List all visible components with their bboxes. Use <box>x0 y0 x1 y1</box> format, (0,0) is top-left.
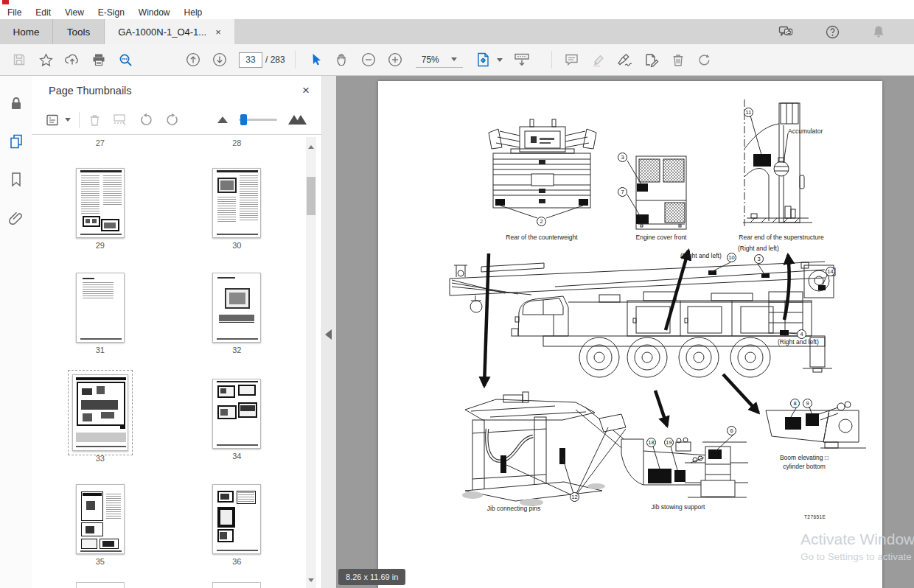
thumbnail-label: 33 <box>96 454 105 463</box>
menu-esign[interactable]: E-Sign <box>96 7 132 18</box>
caption-superstructure: Rear end of the superstructure <box>722 234 840 241</box>
menu-edit[interactable]: Edit <box>33 7 58 18</box>
sign-button[interactable] <box>612 49 638 71</box>
thumbnail-page-30[interactable] <box>212 168 261 238</box>
panel-delete-button[interactable] <box>88 113 102 127</box>
menu-window[interactable]: Window <box>136 7 178 18</box>
arrow-down-circle-icon <box>212 52 228 68</box>
thumbnail-partial[interactable] <box>76 582 125 588</box>
drawing-code: T27651E <box>804 514 826 519</box>
rotate-cw-button[interactable] <box>164 113 180 127</box>
collapse-panel-icon[interactable] <box>325 329 332 340</box>
zoom-out-button[interactable] <box>355 49 382 71</box>
thumbnail-label: 35 <box>96 557 105 566</box>
callout-8: 8 <box>790 399 800 408</box>
callout-3b: 3 <box>754 254 764 264</box>
caption-jib-stow: Jib stowing support <box>627 503 730 511</box>
thumbnail-page-33[interactable] <box>72 374 128 451</box>
callout-7: 7 <box>618 187 627 197</box>
thumbnail-size-slider[interactable] <box>239 119 277 121</box>
options-chevron-icon <box>65 118 71 122</box>
share-feedback-icon <box>778 24 794 39</box>
paperclip-icon <box>8 209 24 227</box>
thumbnail-zoom-out-icon[interactable] <box>217 116 228 123</box>
panel-insert-pages-button[interactable] <box>112 113 128 127</box>
print-icon <box>91 52 106 67</box>
options-list-icon <box>46 113 60 127</box>
panel-toolbar <box>32 105 321 135</box>
scroll-down-button[interactable] <box>306 575 316 585</box>
help-button[interactable] <box>819 21 845 43</box>
menu-view[interactable]: View <box>63 7 91 18</box>
delete-pages-button[interactable] <box>665 49 691 71</box>
thumbnail-zoom-in-icon[interactable] <box>288 115 307 125</box>
thumbnail-page-36[interactable] <box>212 484 261 554</box>
thumbnail-label: 36 <box>232 557 241 566</box>
print-button[interactable] <box>86 49 112 71</box>
thumbnail-label: 27 <box>32 139 169 147</box>
label-right-and-left-3: (Right and left) <box>778 338 819 346</box>
callout-4: 4 <box>797 329 806 339</box>
scrollbar-thumb[interactable] <box>307 177 315 215</box>
hand-tool-button[interactable] <box>329 49 355 71</box>
thumbnail-page-34[interactable] <box>212 379 261 449</box>
callout-11: 11 <box>744 108 753 117</box>
fit-page-button[interactable] <box>470 49 497 71</box>
thumbnail-page-29[interactable] <box>76 168 125 238</box>
comment-button[interactable] <box>559 49 585 71</box>
scroll-up-button[interactable] <box>306 141 316 152</box>
thumbnail-options-button[interactable] <box>46 113 71 127</box>
page-thumbnails-panel-button[interactable] <box>5 131 27 152</box>
comment-icon <box>564 52 579 67</box>
tab-tools[interactable]: Tools <box>53 19 105 44</box>
hand-icon <box>335 52 349 67</box>
highlight-button[interactable] <box>585 49 612 71</box>
redo-button[interactable] <box>691 49 718 71</box>
document-area[interactable]: Rear of the counterweight Engine cover f… <box>336 76 914 588</box>
star-button[interactable] <box>32 49 59 71</box>
thumbnail-partial[interactable] <box>212 582 261 588</box>
search-button[interactable] <box>112 49 139 71</box>
page-total-label: / 283 <box>265 55 285 65</box>
select-tool-button[interactable] <box>302 49 329 71</box>
crane-diagram-svg <box>378 81 882 588</box>
page-number-input[interactable]: 33 <box>239 52 262 68</box>
bell-icon <box>871 24 886 40</box>
slider-handle[interactable] <box>240 114 247 125</box>
edit-pdf-button[interactable] <box>638 49 665 71</box>
fit-page-chevron-icon[interactable] <box>497 58 503 62</box>
share-feedback-button[interactable] <box>772 21 799 43</box>
pages-icon <box>7 133 25 150</box>
scroll-down-icon <box>308 578 314 582</box>
callout-18: 18 <box>646 438 656 447</box>
previous-page-button[interactable] <box>180 49 206 71</box>
bookmarks-panel-button[interactable] <box>5 169 27 190</box>
panel-scrollbar[interactable] <box>306 137 316 588</box>
panel-splitter[interactable] <box>322 76 336 588</box>
close-tab-icon[interactable]: × <box>215 27 221 38</box>
tab-home[interactable]: Home <box>0 19 53 44</box>
save-icon <box>12 52 27 67</box>
thumbnail-page-31[interactable] <box>76 273 125 343</box>
menu-file[interactable]: File <box>5 7 29 18</box>
attachments-panel-button[interactable] <box>5 208 27 228</box>
tab-document[interactable]: GA-1000N-1_O4-1... × <box>105 19 234 44</box>
zoom-level-dropdown[interactable]: 75% <box>416 52 463 68</box>
scrolling-mode-button[interactable] <box>509 49 535 71</box>
panel-close-icon[interactable]: × <box>302 83 310 98</box>
share-upload-button[interactable] <box>59 49 86 71</box>
rotate-ccw-button[interactable] <box>139 113 154 127</box>
label-right-and-left-2: (Right and left) <box>738 245 779 252</box>
save-button[interactable] <box>6 49 32 71</box>
fit-page-icon <box>475 52 492 68</box>
thumbnail-page-32[interactable] <box>212 273 261 343</box>
security-lock-button[interactable] <box>5 93 27 113</box>
thumbnail-label: 31 <box>96 346 105 354</box>
app-logo-fragment <box>2 0 9 4</box>
next-page-button[interactable] <box>206 49 233 71</box>
zoom-in-button[interactable] <box>382 49 408 71</box>
notifications-button[interactable] <box>865 21 892 43</box>
thumbnail-page-35[interactable] <box>76 484 125 554</box>
help-icon <box>825 24 840 40</box>
menu-help[interactable]: Help <box>182 7 210 18</box>
